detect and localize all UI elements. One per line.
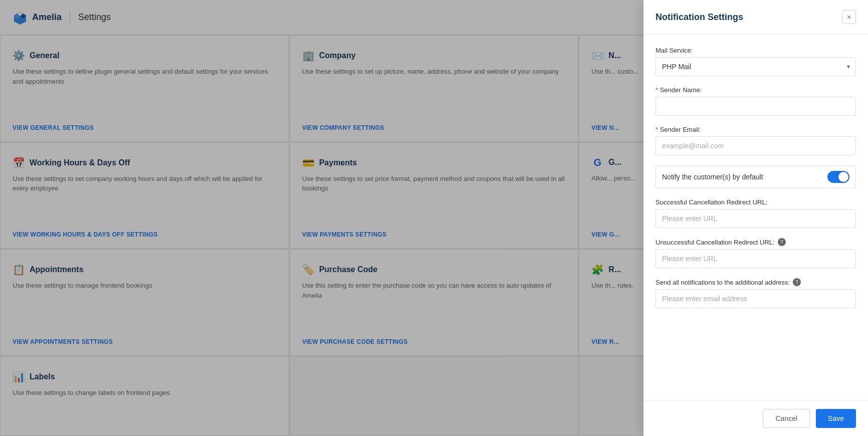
successful-redirect-label: Successful Cancellation Redirect URL: bbox=[656, 198, 856, 206]
sender-name-label: Sender Name: bbox=[656, 86, 856, 94]
sender-name-group: Sender Name: bbox=[656, 86, 856, 116]
unsuccessful-redirect-input[interactable] bbox=[656, 249, 856, 268]
notify-customers-label: Notify the customer(s) by default bbox=[662, 173, 763, 181]
save-button[interactable]: Save bbox=[816, 409, 856, 428]
additional-address-group: Send all notifications to the additional… bbox=[656, 278, 856, 308]
help-icon-unsuccessful[interactable]: ? bbox=[778, 238, 786, 246]
sender-email-input[interactable] bbox=[656, 136, 856, 155]
modal-overlay: Notification Settings × Mail Service: PH… bbox=[0, 35, 868, 436]
cancel-button[interactable]: Cancel bbox=[763, 409, 810, 428]
notify-customers-toggle[interactable] bbox=[827, 171, 849, 183]
additional-address-input[interactable] bbox=[656, 289, 856, 308]
notification-settings-panel: Notification Settings × Mail Service: PH… bbox=[643, 35, 868, 436]
mail-service-select-wrapper[interactable]: PHP Mail SMTP SendGrid Mailgun ▾ bbox=[656, 57, 856, 76]
unsuccessful-redirect-label-wrap: Unsuccessful Cancellation Redirect URL: … bbox=[656, 238, 856, 246]
panel-footer: Cancel Save bbox=[643, 400, 868, 436]
mail-service-label: Mail Service: bbox=[656, 47, 856, 54]
successful-redirect-input[interactable] bbox=[656, 209, 856, 228]
mail-service-group: Mail Service: PHP Mail SMTP SendGrid Mai… bbox=[656, 47, 856, 76]
unsuccessful-redirect-label: Unsuccessful Cancellation Redirect URL: bbox=[656, 239, 775, 246]
panel-body: Mail Service: PHP Mail SMTP SendGrid Mai… bbox=[643, 35, 868, 400]
successful-redirect-group: Successful Cancellation Redirect URL: bbox=[656, 198, 856, 228]
mail-service-select[interactable]: PHP Mail SMTP SendGrid Mailgun bbox=[656, 57, 856, 76]
sender-name-input[interactable] bbox=[656, 97, 856, 116]
main-area: ⚙️ General Use these settings to define … bbox=[0, 35, 868, 436]
notify-customers-row: Notify the customer(s) by default bbox=[656, 165, 856, 188]
sender-email-group: Sender Email: bbox=[656, 126, 856, 155]
additional-address-label-wrap: Send all notifications to the additional… bbox=[656, 278, 856, 286]
unsuccessful-redirect-group: Unsuccessful Cancellation Redirect URL: … bbox=[656, 238, 856, 268]
sender-email-label: Sender Email: bbox=[656, 126, 856, 133]
help-icon-additional[interactable]: ? bbox=[793, 278, 801, 286]
additional-address-label: Send all notifications to the additional… bbox=[656, 279, 790, 286]
